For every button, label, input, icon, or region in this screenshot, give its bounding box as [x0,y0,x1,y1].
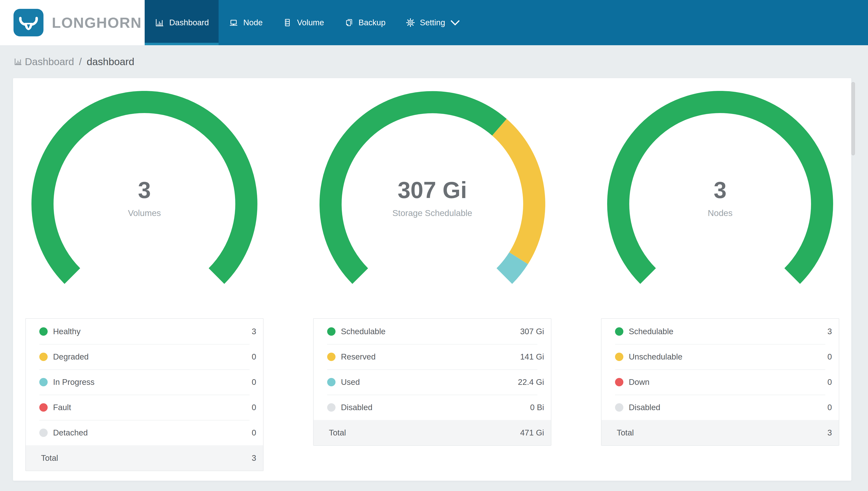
volumes-gauge: 3 Volumes [31,91,257,288]
volumes-label: Volumes [31,208,257,218]
status-dot [39,429,48,437]
nav-item-setting[interactable]: Setting [396,0,470,45]
table-row: Schedulable 3 [601,319,839,344]
row-value: 3 [252,327,256,336]
row-value: 307 Gi [520,327,544,336]
status-dot [615,327,623,336]
table-row: Reserved 141 Gi [314,344,551,369]
table-total-row: Total 3 [26,445,263,471]
row-value: 0 [828,403,832,412]
total-value: 3 [252,454,256,463]
table-row: Schedulable 307 Gi [314,319,551,344]
storage-gauge: 307 Gi Storage Schedulable [319,91,545,288]
nodes-gauge: 3 Nodes [607,91,833,288]
nav-item-label: Volume [297,18,324,27]
row-label: In Progress [53,377,95,387]
status-dot [327,378,336,386]
status-dot [327,403,336,412]
nav-item-volume[interactable]: Volume [272,0,334,45]
row-label: Fault [53,403,71,412]
row-label: Reserved [341,352,376,362]
copy-file-icon [344,18,354,28]
total-value: 3 [828,428,832,437]
status-dot [327,327,336,336]
status-dot [39,403,48,412]
total-label: Total [41,454,58,463]
breadcrumb-page: dashboard [87,56,134,67]
nav-menu: Dashboard Node Volume [145,0,868,45]
breadcrumb: Dashboard / dashboard [0,45,868,78]
chevron-down-icon [450,18,460,28]
storage-panel: 307 Gi Storage Schedulable Schedulable 3… [313,90,551,468]
total-label: Total [617,428,634,437]
row-value: 0 [252,403,256,412]
table-row: Down 0 [601,369,839,395]
nav-item-label: Dashboard [169,18,209,27]
nav-item-backup[interactable]: Backup [334,0,395,45]
row-value: 22.4 Gi [518,377,544,387]
server-stack-icon [282,18,292,28]
longhorn-logo [13,9,43,36]
row-label: Disabled [629,403,660,412]
nodes-label: Nodes [607,208,833,218]
row-value: 0 [252,428,256,437]
breadcrumb-section[interactable]: Dashboard [25,56,74,67]
row-value: 0 [828,377,832,387]
row-label: Healthy [53,327,81,336]
table-row: In Progress 0 [26,369,263,395]
table-total-row: Total 3 [601,420,839,445]
volumes-panel: 3 Volumes Healthy 3 Degraded 0 In Progre… [25,90,264,468]
row-value: 3 [828,327,832,336]
storage-legend-table: Schedulable 307 Gi Reserved 141 Gi Used … [313,318,551,446]
row-label: Unschedulable [629,352,682,362]
vertical-scrollbar-thumb[interactable] [851,82,855,155]
table-row: Used 22.4 Gi [314,369,551,395]
row-label: Detached [53,428,88,437]
total-value: 471 Gi [520,428,544,437]
row-value: 0 Bi [530,403,544,412]
table-total-row: Total 471 Gi [314,420,551,445]
top-navigation: LONGHORN Dashboard Node [0,0,868,45]
row-value: 141 Gi [520,352,544,362]
status-dot [327,353,336,361]
breadcrumb-separator: / [79,56,82,67]
status-dot [615,353,623,361]
row-label: Schedulable [629,327,674,336]
row-label: Disabled [341,403,372,412]
row-label: Down [629,377,649,387]
laptop-icon [228,18,239,28]
table-row: Disabled 0 Bi [314,395,551,420]
gear-icon [405,18,415,28]
nav-item-label: Backup [358,18,385,27]
table-row: Disabled 0 [601,395,839,420]
row-value: 0 [252,377,256,387]
nav-item-dashboard[interactable]: Dashboard [145,0,219,45]
row-label: Degraded [53,352,89,362]
table-row: Unschedulable 0 [601,344,839,369]
nav-item-node[interactable]: Node [219,0,272,45]
volumes-legend-table: Healthy 3 Degraded 0 In Progress 0 Fault… [25,318,264,471]
table-row: Fault 0 [26,395,263,420]
bull-icon [17,11,40,34]
bar-chart-icon [13,57,23,66]
nodes-panel: 3 Nodes Schedulable 3 Unschedulable 0 Do… [601,90,839,468]
row-label: Used [341,377,360,387]
status-dot [39,378,48,386]
row-value: 0 [252,352,256,362]
dashboard-card: 3 Volumes Healthy 3 Degraded 0 In Progre… [13,78,851,481]
status-dot [39,327,48,336]
table-row: Detached 0 [26,420,263,445]
row-value: 0 [828,352,832,362]
bar-chart-icon [154,18,165,28]
table-row: Degraded 0 [26,344,263,369]
brand-name: LONGHORN [52,14,142,31]
status-dot [39,353,48,361]
table-row: Healthy 3 [26,319,263,344]
storage-schedulable-value: 307 Gi [319,177,545,203]
nav-item-label: Node [243,18,262,27]
nav-item-label: Setting [420,18,445,27]
total-label: Total [329,428,346,437]
status-dot [615,378,623,386]
brand-link[interactable]: LONGHORN [0,0,145,45]
row-label: Schedulable [341,327,385,336]
